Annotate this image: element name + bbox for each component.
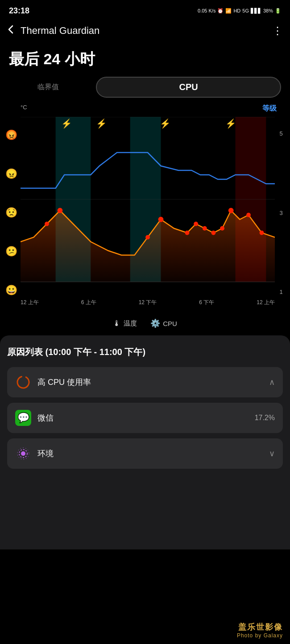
emoji-1: 😡: [5, 130, 17, 140]
y-right-5: 5: [279, 130, 282, 137]
cpu-filter-button[interactable]: CPU: [96, 77, 281, 98]
alarm-icon: ⏰: [217, 8, 224, 14]
x-label-3: 6 下午: [199, 299, 214, 306]
wechat-icon: 💬: [15, 410, 31, 426]
cause-list-title: 原因列表 (10:00 下午 - 11:00 下午): [7, 346, 283, 358]
svg-text:⚡: ⚡: [96, 118, 107, 129]
hd-badge: HD: [233, 8, 240, 13]
menu-icon[interactable]: ⋮: [272, 25, 283, 37]
emoji-labels: 😡 😠 😟 😕 😀: [5, 130, 17, 295]
cpu-legend-icon: ⚙️: [150, 318, 160, 328]
battery-pct: 38%: [263, 8, 273, 13]
cpu-usage-icon: [15, 374, 31, 390]
filter-row: 临界值 CPU: [0, 77, 290, 102]
y-right-3: 3: [279, 210, 282, 216]
wechat-label: 微信: [37, 413, 249, 423]
wifi-icon: 📶: [225, 8, 232, 14]
cpu-expand-chevron[interactable]: ∧: [269, 377, 275, 387]
threshold-label[interactable]: 临界值: [9, 83, 87, 92]
svg-point-13: [145, 235, 150, 239]
environment-label: 环境: [37, 448, 263, 459]
grade-label: 等级: [262, 104, 277, 113]
emoji-2: 😠: [5, 169, 17, 179]
x-label-4: 12 上午: [257, 299, 275, 306]
wechat-percentage: 17.2%: [255, 414, 275, 422]
svg-point-11: [45, 222, 49, 226]
svg-point-18: [211, 231, 216, 235]
app-title: Thermal Guardian: [21, 25, 99, 37]
page-title: 最后 24 小时: [0, 42, 290, 77]
svg-point-12: [58, 208, 63, 213]
svg-point-16: [194, 222, 198, 226]
y-axis-unit: °C: [21, 104, 27, 113]
x-label-0: 12 上午: [21, 299, 39, 306]
chart-svg: ⚡ ⚡ ⚡ ⚡: [21, 117, 275, 295]
cause-item-wechat[interactable]: 💬 微信 17.2%: [7, 403, 283, 433]
cause-item-cpu[interactable]: 高 CPU 使用率 ∧: [7, 367, 283, 397]
environment-icon: [15, 446, 31, 462]
app-bar: Thermal Guardian ⋮: [0, 20, 290, 42]
svg-point-19: [220, 226, 224, 231]
svg-point-23: [16, 375, 30, 389]
svg-text:⚡: ⚡: [160, 118, 171, 129]
watermark-subtitle: Photo by Galaxy: [237, 632, 283, 639]
emoji-4: 😕: [5, 247, 17, 256]
svg-point-15: [185, 231, 190, 235]
y-right-1: 1: [279, 289, 282, 295]
status-time: 23:18: [9, 6, 29, 16]
cause-item-environment[interactable]: 环境 ∨: [7, 438, 283, 469]
network-speed: 0.05 K/s: [198, 8, 215, 13]
x-axis: 12 上午 6 上午 12 下午 6 下午 12 上午: [21, 297, 275, 313]
emoji-3: 😟: [5, 208, 17, 218]
temp-legend-label: 温度: [124, 319, 137, 328]
legend-cpu: ⚙️ CPU: [150, 318, 177, 328]
chart-legend: 🌡 温度 ⚙️ CPU: [0, 313, 290, 332]
cause-item-cpu-inner: 高 CPU 使用率: [15, 374, 263, 390]
app-bar-left: Thermal Guardian: [4, 23, 99, 38]
cause-item-env-inner: 环境: [15, 446, 263, 462]
cpu-usage-label: 高 CPU 使用率: [37, 377, 263, 388]
chart-top-labels: °C 等级: [0, 102, 290, 113]
svg-text:⚡: ⚡: [225, 118, 236, 129]
bottom-panel: 原因列表 (10:00 下午 - 11:00 下午) 高 CPU 使用率 ∧ 💬…: [0, 335, 290, 549]
watermark-brand: 盖乐世影像: [237, 622, 283, 632]
battery-icon: 🔋: [275, 8, 281, 14]
temp-icon: 🌡: [113, 319, 121, 328]
svg-point-22: [260, 231, 264, 235]
status-icons: 0.05 K/s ⏰ 📶 HD 5G ▋▋▋ 38% 🔋: [198, 8, 281, 14]
watermark: 盖乐世影像 Photo by Galaxy: [237, 622, 283, 639]
svg-point-21: [246, 213, 251, 217]
chart-svg-area: ⚡ ⚡ ⚡ ⚡: [21, 117, 275, 295]
svg-point-20: [228, 208, 234, 213]
back-button[interactable]: [4, 23, 17, 38]
emoji-5: 😀: [5, 285, 17, 295]
svg-point-24: [21, 451, 25, 456]
status-bar: 23:18 0.05 K/s ⏰ 📶 HD 5G ▋▋▋ 38% 🔋: [0, 0, 290, 20]
svg-text:⚡: ⚡: [61, 118, 72, 129]
5g-badge: 5G: [242, 8, 249, 13]
x-label-1: 6 上午: [81, 299, 96, 306]
y-right-axis: 5 3 1: [277, 130, 286, 295]
legend-temperature: 🌡 温度: [113, 318, 137, 328]
x-label-2: 12 下午: [139, 299, 157, 306]
cpu-legend-label: CPU: [163, 320, 177, 327]
signal-icon: ▋▋▋: [251, 8, 261, 14]
env-expand-chevron[interactable]: ∨: [269, 449, 275, 458]
chart-container: 😡 😠 😟 😕 😀 5 3 1 ⚡ ⚡ ⚡ ⚡: [4, 117, 286, 313]
svg-point-14: [158, 217, 164, 222]
svg-point-17: [203, 226, 207, 231]
